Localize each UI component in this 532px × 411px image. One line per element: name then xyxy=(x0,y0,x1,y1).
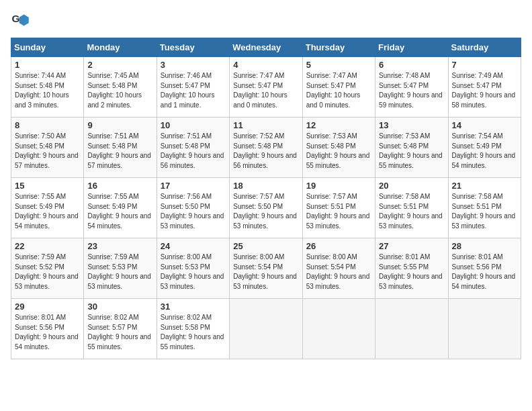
day-number: 25 xyxy=(233,241,298,251)
calendar-cell: 4 Sunrise: 7:47 AMSunset: 5:47 PMDayligh… xyxy=(230,57,302,118)
header-thursday: Thursday xyxy=(302,38,375,57)
day-number: 2 xyxy=(87,60,152,70)
calendar-cell: 1 Sunrise: 7:44 AMSunset: 5:48 PMDayligh… xyxy=(11,57,84,118)
day-number: 13 xyxy=(379,120,444,130)
calendar-cell: 12 Sunrise: 7:53 AMSunset: 5:48 PMDaylig… xyxy=(302,118,375,178)
day-info: Sunrise: 7:58 AMSunset: 5:51 PMDaylight:… xyxy=(379,192,444,231)
day-info: Sunrise: 8:00 AMSunset: 5:54 PMDaylight:… xyxy=(306,253,371,291)
calendar-cell: 15 Sunrise: 7:55 AMSunset: 5:49 PMDaylig… xyxy=(11,178,84,238)
svg-marker-2 xyxy=(25,15,29,25)
day-info: Sunrise: 7:55 AMSunset: 5:49 PMDaylight:… xyxy=(87,192,152,231)
day-info: Sunrise: 7:55 AMSunset: 5:49 PMDaylight:… xyxy=(15,192,80,231)
day-number: 21 xyxy=(452,181,517,191)
calendar-cell: 24 Sunrise: 8:00 AMSunset: 5:53 PMDaylig… xyxy=(157,238,229,299)
day-number: 8 xyxy=(15,120,80,130)
calendar-cell: 29 Sunrise: 8:01 AMSunset: 5:56 PMDaylig… xyxy=(11,299,84,359)
calendar-cell: 22 Sunrise: 7:59 AMSunset: 5:52 PMDaylig… xyxy=(11,238,84,299)
day-info: Sunrise: 7:46 AMSunset: 5:47 PMDaylight:… xyxy=(161,71,226,110)
day-number: 9 xyxy=(87,120,152,130)
day-info: Sunrise: 7:50 AMSunset: 5:48 PMDaylight:… xyxy=(15,132,80,171)
day-info: Sunrise: 7:57 AMSunset: 5:50 PMDaylight:… xyxy=(233,192,298,231)
day-info: Sunrise: 7:58 AMSunset: 5:51 PMDaylight:… xyxy=(452,192,517,231)
day-number: 10 xyxy=(161,120,226,130)
day-info: Sunrise: 7:59 AMSunset: 5:52 PMDaylight:… xyxy=(15,253,80,291)
page-header: G xyxy=(11,11,521,30)
day-info: Sunrise: 7:49 AMSunset: 5:47 PMDaylight:… xyxy=(452,71,517,110)
day-info: Sunrise: 7:51 AMSunset: 5:48 PMDaylight:… xyxy=(87,132,152,171)
day-info: Sunrise: 7:47 AMSunset: 5:47 PMDaylight:… xyxy=(233,71,298,110)
logo-icon: G xyxy=(11,11,30,30)
day-info: Sunrise: 7:57 AMSunset: 5:51 PMDaylight:… xyxy=(306,192,371,231)
day-number: 12 xyxy=(306,120,371,130)
calendar-cell: 20 Sunrise: 7:58 AMSunset: 5:51 PMDaylig… xyxy=(375,178,448,238)
day-info: Sunrise: 8:00 AMSunset: 5:54 PMDaylight:… xyxy=(233,253,298,291)
calendar-cell: 16 Sunrise: 7:55 AMSunset: 5:49 PMDaylig… xyxy=(84,178,157,238)
calendar-cell xyxy=(375,299,448,359)
calendar-week-row: 15 Sunrise: 7:55 AMSunset: 5:49 PMDaylig… xyxy=(11,178,521,238)
calendar-cell: 10 Sunrise: 7:51 AMSunset: 5:48 PMDaylig… xyxy=(157,118,229,178)
day-number: 18 xyxy=(233,181,298,191)
calendar-cell: 23 Sunrise: 7:59 AMSunset: 5:53 PMDaylig… xyxy=(84,238,157,299)
day-number: 7 xyxy=(452,60,517,70)
calendar-week-row: 29 Sunrise: 8:01 AMSunset: 5:56 PMDaylig… xyxy=(11,299,521,359)
calendar-cell: 18 Sunrise: 7:57 AMSunset: 5:50 PMDaylig… xyxy=(230,178,302,238)
calendar-cell: 3 Sunrise: 7:46 AMSunset: 5:47 PMDayligh… xyxy=(157,57,229,118)
calendar-cell: 11 Sunrise: 7:52 AMSunset: 5:48 PMDaylig… xyxy=(230,118,302,178)
calendar-cell: 5 Sunrise: 7:47 AMSunset: 5:47 PMDayligh… xyxy=(302,57,375,118)
header-tuesday: Tuesday xyxy=(157,38,229,57)
logo: G xyxy=(11,11,32,30)
day-info: Sunrise: 7:52 AMSunset: 5:48 PMDaylight:… xyxy=(233,132,298,171)
calendar-header-row: SundayMondayTuesdayWednesdayThursdayFrid… xyxy=(11,38,521,57)
day-info: Sunrise: 7:59 AMSunset: 5:53 PMDaylight:… xyxy=(87,253,152,291)
day-info: Sunrise: 8:01 AMSunset: 5:56 PMDaylight:… xyxy=(452,253,517,291)
calendar-week-row: 1 Sunrise: 7:44 AMSunset: 5:48 PMDayligh… xyxy=(11,57,521,118)
calendar-cell: 9 Sunrise: 7:51 AMSunset: 5:48 PMDayligh… xyxy=(84,118,157,178)
day-info: Sunrise: 8:01 AMSunset: 5:56 PMDaylight:… xyxy=(15,313,80,352)
day-number: 14 xyxy=(452,120,517,130)
day-number: 15 xyxy=(15,181,80,191)
day-info: Sunrise: 7:53 AMSunset: 5:48 PMDaylight:… xyxy=(306,132,371,171)
calendar-cell: 19 Sunrise: 7:57 AMSunset: 5:51 PMDaylig… xyxy=(302,178,375,238)
header-wednesday: Wednesday xyxy=(230,38,302,57)
day-number: 30 xyxy=(87,302,152,312)
calendar-cell: 31 Sunrise: 8:02 AMSunset: 5:58 PMDaylig… xyxy=(157,299,229,359)
calendar-cell: 14 Sunrise: 7:54 AMSunset: 5:49 PMDaylig… xyxy=(448,118,521,178)
calendar-cell: 28 Sunrise: 8:01 AMSunset: 5:56 PMDaylig… xyxy=(448,238,521,299)
header-monday: Monday xyxy=(84,38,157,57)
day-info: Sunrise: 7:56 AMSunset: 5:50 PMDaylight:… xyxy=(161,192,226,231)
calendar-cell: 21 Sunrise: 7:58 AMSunset: 5:51 PMDaylig… xyxy=(448,178,521,238)
day-number: 28 xyxy=(452,241,517,251)
day-info: Sunrise: 8:02 AMSunset: 5:57 PMDaylight:… xyxy=(87,313,152,352)
day-info: Sunrise: 7:51 AMSunset: 5:48 PMDaylight:… xyxy=(161,132,226,171)
calendar-cell: 26 Sunrise: 8:00 AMSunset: 5:54 PMDaylig… xyxy=(302,238,375,299)
day-number: 3 xyxy=(161,60,226,70)
day-info: Sunrise: 7:53 AMSunset: 5:48 PMDaylight:… xyxy=(379,132,444,171)
header-saturday: Saturday xyxy=(448,38,521,57)
day-info: Sunrise: 7:45 AMSunset: 5:48 PMDaylight:… xyxy=(87,71,152,110)
calendar-cell: 30 Sunrise: 8:02 AMSunset: 5:57 PMDaylig… xyxy=(84,299,157,359)
day-number: 1 xyxy=(15,60,80,70)
day-number: 31 xyxy=(161,302,226,312)
day-number: 16 xyxy=(87,181,152,191)
day-info: Sunrise: 7:54 AMSunset: 5:49 PMDaylight:… xyxy=(452,132,517,171)
day-number: 5 xyxy=(306,60,371,70)
header-friday: Friday xyxy=(375,38,448,57)
day-number: 29 xyxy=(15,302,80,312)
calendar-cell xyxy=(448,299,521,359)
day-number: 23 xyxy=(87,241,152,251)
calendar-cell: 8 Sunrise: 7:50 AMSunset: 5:48 PMDayligh… xyxy=(11,118,84,178)
day-number: 24 xyxy=(161,241,226,251)
svg-text:G: G xyxy=(11,13,19,24)
calendar-cell xyxy=(302,299,375,359)
day-number: 17 xyxy=(161,181,226,191)
calendar-week-row: 8 Sunrise: 7:50 AMSunset: 5:48 PMDayligh… xyxy=(11,118,521,178)
day-number: 6 xyxy=(379,60,444,70)
day-number: 11 xyxy=(233,120,298,130)
calendar-cell: 25 Sunrise: 8:00 AMSunset: 5:54 PMDaylig… xyxy=(230,238,302,299)
day-number: 22 xyxy=(15,241,80,251)
calendar-cell: 2 Sunrise: 7:45 AMSunset: 5:48 PMDayligh… xyxy=(84,57,157,118)
day-number: 4 xyxy=(233,60,298,70)
day-number: 26 xyxy=(306,241,371,251)
calendar-cell: 27 Sunrise: 8:01 AMSunset: 5:55 PMDaylig… xyxy=(375,238,448,299)
day-info: Sunrise: 8:00 AMSunset: 5:53 PMDaylight:… xyxy=(161,253,226,291)
